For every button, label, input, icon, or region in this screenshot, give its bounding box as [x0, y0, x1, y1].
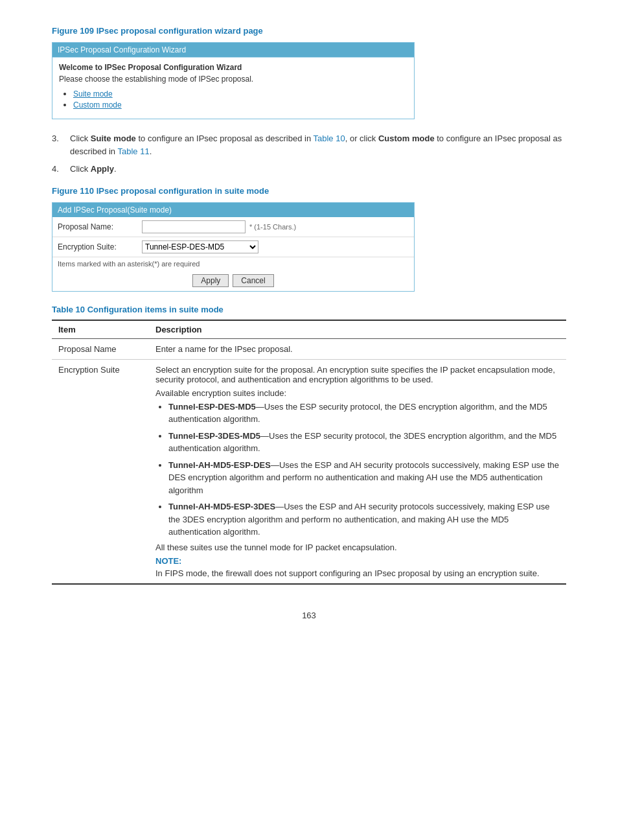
proposal-name-field: * (1-15 Chars.)	[142, 220, 296, 233]
step-4-num: 4.	[52, 163, 70, 176]
encryption-bullets: Tunnel-ESP-DES-MD5—Uses the ESP security…	[155, 401, 560, 539]
apply-button[interactable]: Apply	[192, 274, 229, 287]
encryption-suite-select[interactable]: Tunnel-ESP-DES-MD5 Tunnel-ESP-3DES-MD5 T…	[142, 240, 258, 253]
cancel-button[interactable]: Cancel	[233, 274, 273, 287]
proposal-name-row: Proposal Name: * (1-15 Chars.)	[52, 217, 414, 237]
form-title-bar: Add IPSec Proposal(Suite mode)	[52, 203, 414, 217]
item-encryption-suite: Encryption Suite	[52, 359, 149, 584]
step-3-num: 3.	[52, 132, 70, 158]
wizard-title-bar: IPSec Proposal Configuration Wizard	[52, 43, 414, 57]
proposal-name-input[interactable]	[142, 220, 246, 233]
encryption-suite-label: Encryption Suite:	[58, 242, 142, 251]
table10-link[interactable]: Table 10	[314, 134, 345, 143]
form-buttons: Apply Cancel	[52, 270, 414, 291]
bullet-4: Tunnel-AH-MD5-ESP-3DES—Uses the ESP and …	[168, 500, 560, 539]
encryption-suite-row: Encryption Suite: Tunnel-ESP-DES-MD5 Tun…	[52, 237, 414, 257]
col-header-desc: Description	[149, 320, 566, 339]
step-4-text: Click Apply.	[70, 163, 566, 176]
bullet-3: Tunnel-AH-MD5-ESP-DES—Uses the ESP and A…	[168, 459, 560, 497]
figure-110-caption: Figure 110 IPsec proposal configuration …	[52, 186, 566, 196]
table-10-caption: Table 10 Configuration items in suite mo…	[52, 305, 566, 314]
step-3: 3. Click Suite mode to configure an IPse…	[52, 132, 566, 158]
wizard-links: Suite mode Custom mode	[59, 89, 407, 110]
wizard-sub: Please choose the establishing mode of I…	[59, 75, 407, 84]
form-asterisk-note: Items marked with an asterisk(*) are req…	[52, 257, 414, 270]
figure-109-caption: Figure 109 IPsec proposal configuration …	[52, 26, 566, 36]
bullet-1: Tunnel-ESP-DES-MD5—Uses the ESP security…	[168, 401, 560, 426]
encryption-suite-field: Tunnel-ESP-DES-MD5 Tunnel-ESP-3DES-MD5 T…	[142, 240, 258, 253]
custom-mode-link[interactable]: Custom mode	[73, 100, 122, 110]
wizard-box-109: IPSec Proposal Configuration Wizard Welc…	[52, 42, 415, 119]
table11-link[interactable]: Table 11	[117, 146, 149, 156]
desc-encryption-suite: Select an encryption suite for the propo…	[149, 359, 566, 584]
proposal-name-label: Proposal Name:	[58, 222, 142, 231]
suite-mode-link[interactable]: Suite mode	[73, 89, 113, 99]
form-box-110: Add IPSec Proposal(Suite mode) Proposal …	[52, 202, 415, 292]
note-label: NOTE:	[155, 556, 181, 566]
bullet-2: Tunnel-ESP-3DES-MD5—Uses the ESP securit…	[168, 430, 560, 455]
col-header-item: Item	[52, 320, 149, 339]
proposal-name-hint: * (1-15 Chars.)	[249, 223, 296, 231]
table-row-encryption-suite: Encryption Suite Select an encryption su…	[52, 359, 566, 584]
config-table-10: Item Description Proposal Name Enter a n…	[52, 320, 566, 585]
step-4: 4. Click Apply.	[52, 163, 566, 176]
table-row-proposal-name: Proposal Name Enter a name for the IPsec…	[52, 338, 566, 359]
wizard-header: Welcome to IPSec Proposal Configuration …	[59, 63, 407, 72]
desc-proposal-name: Enter a name for the IPsec proposal.	[149, 338, 566, 359]
page-number: 163	[52, 611, 566, 620]
step-3-text: Click Suite mode to configure an IPsec p…	[70, 132, 566, 158]
item-proposal-name: Proposal Name	[52, 338, 149, 359]
